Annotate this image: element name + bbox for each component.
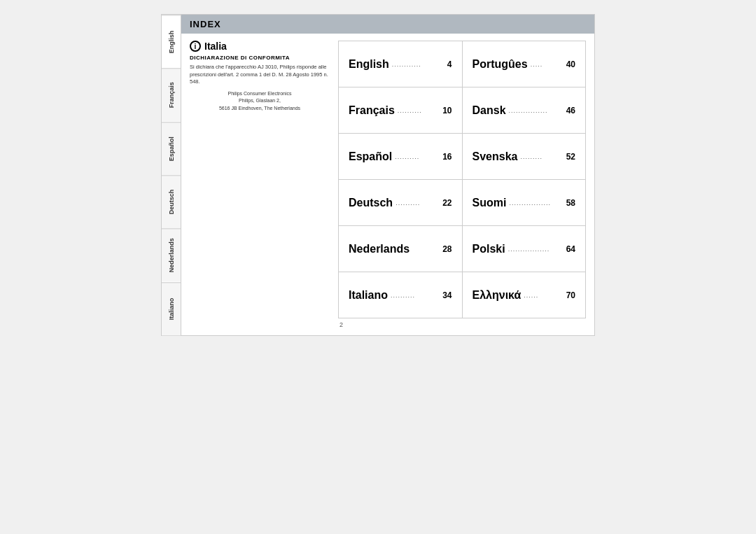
italia-heading: Italia [204, 41, 227, 52]
sidebar-tab-espanol[interactable]: Español [162, 122, 181, 175]
language-name: English [349, 58, 389, 71]
language-dots: ................. [508, 246, 564, 253]
language-dots: ......... [520, 153, 563, 160]
language-cell-nederlands[interactable]: Nederlands28 [339, 226, 463, 272]
language-cell-italiano[interactable]: Italiano..........34 [339, 272, 463, 318]
company-info: Philips Consumer Electronics Philips, Gl… [190, 90, 330, 113]
language-dots: .......... [398, 107, 440, 114]
sidebar-tab-italiano[interactable]: Italiano [162, 282, 181, 335]
language-index-grid: English............4Portugûes.....40Fran… [338, 41, 586, 318]
info-icon: i [190, 41, 201, 52]
language-page: 16 [442, 152, 451, 162]
language-dots: ..... [531, 61, 564, 68]
language-name: Italiano [349, 289, 388, 302]
language-cell-[interactable]: Ελληνικά......70 [463, 272, 587, 318]
sidebar: English Français Español Deutsch Nederla… [162, 15, 181, 335]
language-cell-franais[interactable]: Français..........10 [339, 87, 463, 134]
language-name: Svenska [472, 150, 518, 163]
language-dots: .......... [391, 292, 440, 299]
language-page: 28 [442, 244, 451, 254]
language-dots: .......... [395, 153, 440, 160]
language-dots: ................ [509, 107, 564, 114]
language-page: 70 [566, 290, 575, 300]
language-cell-espaol[interactable]: Español..........16 [339, 134, 463, 180]
footer-page-number: 2 [338, 321, 586, 328]
language-page: 4 [447, 59, 452, 69]
language-name: Portugûes [472, 58, 528, 71]
language-page: 22 [442, 198, 451, 208]
language-cell-polski[interactable]: Polski.................64 [463, 226, 587, 272]
language-cell-deutsch[interactable]: Deutsch..........22 [339, 180, 463, 226]
language-cell-dansk[interactable]: Dansk................46 [463, 87, 587, 134]
language-page: 34 [442, 290, 451, 300]
sidebar-tab-francais[interactable]: Français [162, 68, 181, 121]
language-dots: .......... [396, 199, 440, 206]
sidebar-tab-english[interactable]: English [162, 15, 181, 68]
language-page: 52 [566, 152, 575, 162]
language-page: 46 [566, 106, 575, 115]
language-cell-suomi[interactable]: Suomi.................58 [463, 180, 587, 226]
language-page: 58 [566, 198, 575, 208]
language-name: Dansk [472, 104, 506, 117]
header-bar: INDEX [181, 15, 594, 34]
language-cell-english[interactable]: English............4 [339, 41, 463, 87]
main-content: INDEX i Italia DICHIARAZIONE DI CONFORMI… [181, 15, 594, 335]
language-dots: ...... [524, 292, 563, 299]
language-cell-svenska[interactable]: Svenska.........52 [463, 134, 587, 180]
company-line2: Philips, Glaslaan 2, [190, 97, 330, 105]
language-name: Ελληνικά [472, 289, 522, 302]
language-page: 10 [442, 106, 451, 115]
page: English Français Español Deutsch Nederla… [161, 14, 595, 336]
italia-section: i Italia DICHIARAZIONE DI CONFORMITA Si … [190, 41, 330, 321]
language-cell-portuges[interactable]: Portugûes.....40 [463, 41, 587, 87]
header-title: INDEX [190, 19, 221, 29]
declaration-title: DICHIARAZIONE DI CONFORMITA [190, 55, 330, 61]
language-name: Suomi [472, 197, 507, 209]
company-line1: Philips Consumer Electronics [190, 90, 330, 98]
declaration-body: Si dichiara che l'apparecchio AJ 3010, P… [190, 64, 330, 86]
language-dots: ............ [392, 61, 444, 68]
language-page: 40 [566, 59, 575, 69]
sidebar-tab-nederlands[interactable]: Nederlands [162, 228, 181, 281]
italia-title: i Italia [190, 41, 330, 52]
language-name: Français [349, 104, 395, 117]
sidebar-tab-deutsch[interactable]: Deutsch [162, 175, 181, 228]
language-dots: ................. [509, 199, 563, 206]
language-name: Deutsch [349, 197, 393, 209]
company-line3: 5616 JB Eindhoven, The Netherlands [190, 105, 330, 113]
language-page: 64 [566, 244, 575, 254]
language-name: Polski [472, 243, 505, 255]
language-name: Español [349, 150, 392, 163]
language-name: Nederlands [349, 243, 410, 255]
